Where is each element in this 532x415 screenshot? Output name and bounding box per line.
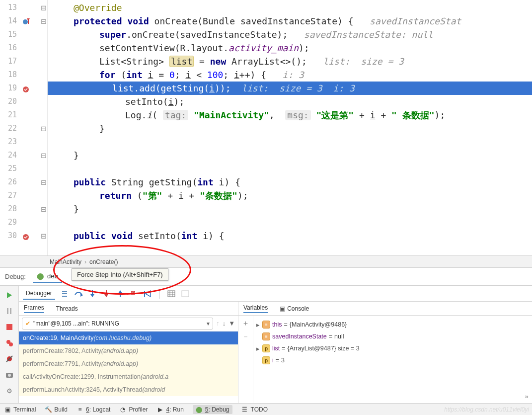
line-number[interactable]: 17 (0, 55, 17, 68)
line-number[interactable]: 23 (0, 135, 17, 149)
variable-row[interactable]: ▸≡ this = {MainActivity@9486} (255, 319, 519, 331)
stack-frame[interactable]: performLaunchActivity:3245, ActivityThre… (19, 383, 238, 396)
code-line[interactable]: list.add(getSting(i)); list: size = 3 i:… (48, 82, 532, 95)
line-number[interactable]: 27 (0, 189, 17, 202)
force-step-into-icon[interactable] (102, 289, 111, 298)
fold-icon[interactable]: ⊟ (41, 1, 47, 14)
editor-gutter[interactable]: 13⊟14⊟1516171819202122⊟2324⊟2526⊟2728⊟29… (0, 0, 48, 255)
trace-current-stream-chain-icon[interactable] (181, 289, 190, 298)
line-number[interactable]: 25 (0, 162, 17, 175)
stack-frame[interactable]: onCreate:19, MainActivity (com.lucashu.d… (19, 332, 238, 344)
line-number[interactable]: 18 (0, 68, 17, 82)
more-icon[interactable]: » (525, 393, 528, 400)
variable-row[interactable]: ≡ savedInstanceState = null (255, 331, 519, 342)
evaluate-expression-icon[interactable] (167, 289, 176, 298)
remove-watch-icon[interactable]: － (242, 332, 249, 341)
method-breakpoint-icon[interactable] (22, 16, 31, 30)
code-line[interactable] (48, 216, 532, 229)
code-line[interactable]: @Override (48, 1, 532, 14)
add-watch-icon[interactable]: ＋ (242, 319, 249, 328)
code-line[interactable] (48, 162, 532, 175)
line-number[interactable]: 28 (0, 202, 17, 216)
expand-icon[interactable]: ▸ (255, 321, 260, 329)
code-line[interactable]: setContentView(R.layout.activity_main); (48, 41, 532, 55)
debugger-tab[interactable]: Debugger (23, 288, 55, 300)
settings-icon[interactable]: ⚙ (5, 386, 14, 395)
code-line[interactable]: List<String> list = new ArrayList<>(); l… (48, 55, 532, 68)
variable-row[interactable]: ▸p list = {ArrayList@9487} size = 3 (255, 342, 519, 354)
variables-tab[interactable]: Variables (243, 304, 268, 313)
profiler-tool-button[interactable]: ◔Profiler (119, 406, 148, 413)
run-tool-button[interactable]: ▶4: Run (156, 406, 183, 413)
code-line[interactable]: return ("第" + i + "条数据"); (48, 189, 532, 202)
line-number[interactable]: 30 (0, 229, 17, 243)
variables-tree[interactable]: ▸≡ this = {MainActivity@9486}≡ savedInst… (253, 316, 521, 403)
code-line[interactable] (48, 135, 532, 149)
camera-icon[interactable] (5, 370, 14, 379)
resume-icon[interactable] (5, 291, 14, 300)
editor-code-area[interactable]: @Overrideprotected void onCreate(Bundle … (48, 0, 532, 255)
todo-tool-button[interactable]: ☰TODO (241, 406, 268, 413)
fold-icon[interactable]: ⊟ (41, 122, 47, 135)
expand-icon[interactable]: ▸ (255, 345, 260, 352)
line-number[interactable]: 22 (0, 122, 17, 135)
fold-icon[interactable]: ⊟ (41, 202, 47, 216)
stack-frame[interactable]: performCreate:7791, Activity (android.ap… (19, 357, 238, 370)
fold-icon[interactable]: ⊟ (41, 149, 47, 162)
drop-frame-icon[interactable] (130, 289, 139, 298)
line-number[interactable]: 13 (0, 1, 17, 14)
frame-list[interactable]: onCreate:19, MainActivity (com.lucashu.d… (19, 332, 238, 403)
fold-icon[interactable]: ⊟ (41, 14, 47, 28)
stop-icon[interactable] (5, 323, 14, 332)
fold-icon[interactable]: ⊟ (41, 175, 47, 189)
code-line[interactable]: } (48, 122, 532, 135)
line-number[interactable]: 24 (0, 149, 17, 162)
code-line[interactable]: Log.i( tag: "MainActivity", msg: "这是第" +… (48, 108, 532, 122)
debug-tool-button[interactable]: ⬤5: Debug (193, 405, 232, 414)
code-line[interactable]: public void setInto(int i) { (48, 229, 532, 243)
thread-selector[interactable]: ✔ "main"@9,105 ...ain": RUNNING ▾ (22, 318, 213, 330)
show-execution-point-icon[interactable] (60, 289, 69, 298)
line-number[interactable]: 29 (0, 216, 17, 229)
variable-row[interactable]: p i = 3 (255, 354, 519, 366)
frames-tab[interactable]: Frames (24, 304, 44, 313)
filter-icon[interactable]: ▼ (228, 320, 235, 327)
code-line[interactable]: } (48, 202, 532, 216)
debug-config-tab[interactable]: ⬤ deb (33, 270, 62, 283)
pause-icon[interactable] (5, 307, 14, 316)
code-line[interactable]: for (int i = 0; i < 100; i++) { i: 3 (48, 68, 532, 82)
logcat-tool-button[interactable]: ≡6: Logcat (76, 406, 110, 413)
build-tool-button[interactable]: 🔨Build (45, 406, 68, 413)
breadcrumb-class[interactable]: MainActivity (50, 258, 81, 265)
run-to-cursor-icon[interactable] (144, 289, 152, 298)
line-number[interactable]: 20 (0, 95, 17, 108)
code-line[interactable]: public String getSting(int i) { (48, 175, 532, 189)
breakpoint-icon[interactable] (22, 83, 30, 97)
breadcrumb-method[interactable]: onCreate() (89, 258, 118, 265)
view-breakpoints-icon[interactable] (5, 338, 14, 347)
line-number[interactable]: 19 (0, 82, 17, 95)
threads-tab[interactable]: Threads (56, 305, 78, 312)
breakpoint-icon[interactable] (22, 231, 30, 245)
step-out-icon[interactable] (116, 289, 125, 298)
code-line[interactable]: setInto(i); (48, 95, 532, 108)
code-line[interactable]: } (48, 149, 532, 162)
line-number[interactable]: 26 (0, 175, 17, 189)
step-into-icon[interactable] (88, 289, 97, 298)
terminal-tool-button[interactable]: ▣Terminal (4, 406, 36, 413)
breadcrumb[interactable]: MainActivity › onCreate() (0, 255, 532, 267)
fold-icon[interactable]: ⊟ (41, 229, 47, 243)
stack-frame[interactable]: callActivityOnCreate:1299, Instrumentati… (19, 370, 238, 383)
mute-breakpoints-icon[interactable] (5, 354, 14, 363)
line-number[interactable]: 21 (0, 108, 17, 122)
code-editor[interactable]: 13⊟14⊟1516171819202122⊟2324⊟2526⊟2728⊟29… (0, 0, 532, 255)
console-tab[interactable]: ▣Console (280, 305, 309, 312)
line-number[interactable]: 14 (0, 14, 17, 28)
stack-frame[interactable]: performCreate:7802, Activity (android.ap… (19, 344, 238, 357)
code-line[interactable]: protected void onCreate(Bundle savedInst… (48, 14, 532, 28)
line-number[interactable]: 15 (0, 28, 17, 41)
next-frame-icon[interactable]: ↓ (223, 320, 226, 327)
line-number[interactable]: 16 (0, 41, 17, 55)
previous-frame-icon[interactable]: ↑ (216, 320, 220, 327)
code-line[interactable]: super.onCreate(savedInstanceState); save… (48, 28, 532, 41)
